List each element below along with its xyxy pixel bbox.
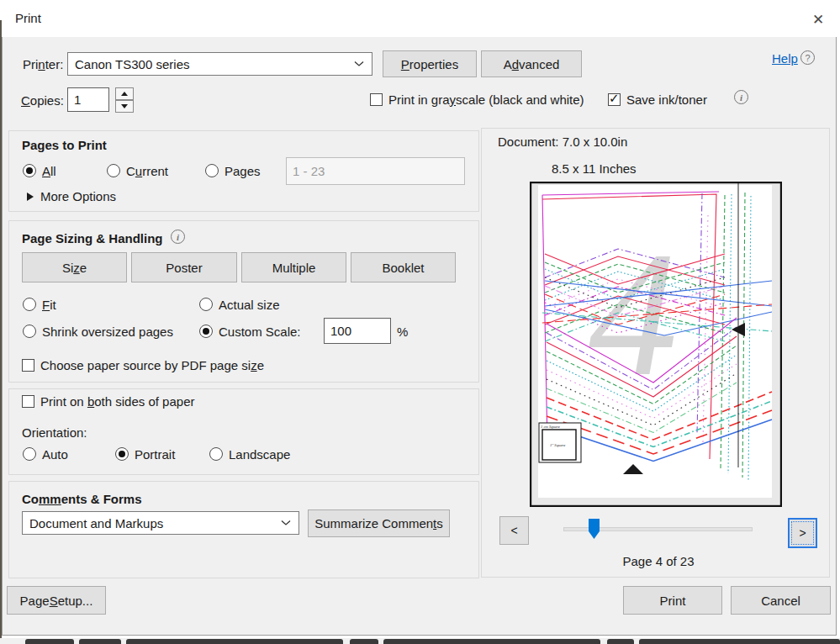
landscape-radio[interactable] [209, 447, 223, 461]
fit-radio[interactable] [23, 298, 36, 311]
cm-square-label: 1 cm Square [541, 425, 560, 429]
info-icon[interactable]: i [734, 90, 748, 104]
check-icon: ✓ [609, 91, 620, 106]
spinner-up-icon [121, 92, 128, 96]
grayscale-label: Print in grayscale (black and white) [388, 92, 584, 107]
portrait-radio-label: Portrait [135, 447, 175, 462]
copies-input[interactable]: 1 [67, 87, 109, 112]
preview-page: 4 1 cm Square 1" Square [530, 182, 782, 507]
booklet-button[interactable]: Booklet [351, 252, 456, 282]
advanced-button[interactable]: Advanced [481, 50, 582, 77]
comments-select-value: Document and Markups [29, 516, 163, 531]
pages-to-print-heading: Pages to Print [22, 138, 107, 152]
auto-radio-label: Auto [42, 447, 68, 462]
help-link[interactable]: Help [772, 51, 798, 66]
orientation-label: Orientation: [22, 425, 87, 440]
print-button[interactable]: Print [623, 586, 722, 615]
pages-radio-label: Pages [225, 164, 261, 178]
shrink-radio[interactable] [23, 325, 36, 338]
title-bar [2, 2, 837, 37]
copies-label: Copies: [21, 93, 64, 108]
copies-spinner-up[interactable] [115, 87, 134, 100]
save-ink-checkbox[interactable]: ✓ [608, 93, 621, 106]
paper-source-label: Choose paper source by PDF page size [40, 358, 264, 372]
fit-radio-label: Fit [42, 298, 56, 312]
properties-button[interactable]: Properties [383, 50, 477, 77]
auto-radio[interactable] [23, 447, 36, 461]
current-radio[interactable] [107, 164, 120, 177]
page-indicator: Page 4 of 23 [580, 554, 737, 568]
spinner-down-icon [121, 104, 128, 108]
close-icon[interactable]: ✕ [806, 7, 831, 32]
custom-scale-radio[interactable] [199, 325, 213, 338]
landscape-radio-label: Landscape [229, 447, 290, 462]
actual-size-radio[interactable] [199, 298, 213, 311]
background-taskbar-strip [0, 638, 840, 644]
printer-label: Printer: [23, 57, 63, 71]
more-options-label[interactable]: More Options [40, 189, 116, 203]
actual-size-label: Actual size [219, 298, 280, 312]
size-button[interactable]: Size [22, 252, 127, 282]
page-setup-button[interactable]: Page Setup... [7, 586, 106, 615]
both-sides-label: Print on both sides of paper [40, 394, 194, 409]
multiple-button[interactable]: Multiple [241, 252, 346, 282]
more-options-arrow-icon[interactable] [27, 193, 34, 201]
inch-square-label: 1" Square [550, 443, 565, 447]
document-size-label: Document: 7.0 x 10.0in [498, 135, 627, 149]
dialog-title: Print [15, 11, 41, 25]
grayscale-checkbox[interactable] [370, 93, 383, 106]
save-ink-label: Save ink/toner [626, 92, 707, 107]
paper-size-label: 8.5 x 11 Inches [552, 161, 637, 176]
custom-scale-label: Custom Scale: [219, 325, 301, 339]
portrait-radio[interactable] [115, 447, 129, 461]
screen: Print ✕ Printer: Canon TS300 series Prop… [0, 0, 840, 644]
chevron-down-icon [281, 520, 291, 526]
both-sides-checkbox[interactable] [22, 395, 34, 408]
help-icon[interactable]: ? [800, 50, 815, 65]
page-sizing-heading: Page Sizing & Handling [22, 231, 163, 245]
pages-radio[interactable] [205, 164, 219, 177]
printer-select[interactable]: Canon TS300 series [67, 52, 372, 76]
preview-page-drawing: 4 1 cm Square 1" Square [530, 182, 782, 507]
prev-page-button[interactable]: < [499, 516, 529, 545]
percent-label: % [397, 325, 408, 339]
chevron-down-icon [354, 61, 364, 67]
poster-button[interactable]: Poster [131, 252, 237, 282]
background-window-edge [0, 20, 2, 644]
all-radio[interactable] [23, 164, 36, 177]
next-page-button[interactable]: > [788, 518, 817, 548]
comments-heading: Comments & Forms [22, 492, 142, 506]
page-range-input[interactable]: 1 - 23 [286, 157, 465, 185]
comments-select[interactable]: Document and Markups [22, 511, 299, 535]
all-radio-label: All [42, 164, 56, 178]
current-radio-label: Current [126, 164, 168, 178]
info-icon[interactable]: i [171, 230, 185, 244]
paper-source-checkbox[interactable] [22, 359, 34, 372]
printer-select-value: Canon TS300 series [75, 57, 189, 71]
shrink-label: Shrink oversized pages [42, 325, 173, 339]
copies-spinner-down[interactable] [115, 100, 134, 113]
custom-scale-input[interactable]: 100 [324, 318, 391, 344]
page-number-watermark: 4 [589, 215, 678, 413]
cancel-button[interactable]: Cancel [731, 586, 831, 615]
summarize-comments-button[interactable]: Summarize Comments [308, 509, 450, 537]
